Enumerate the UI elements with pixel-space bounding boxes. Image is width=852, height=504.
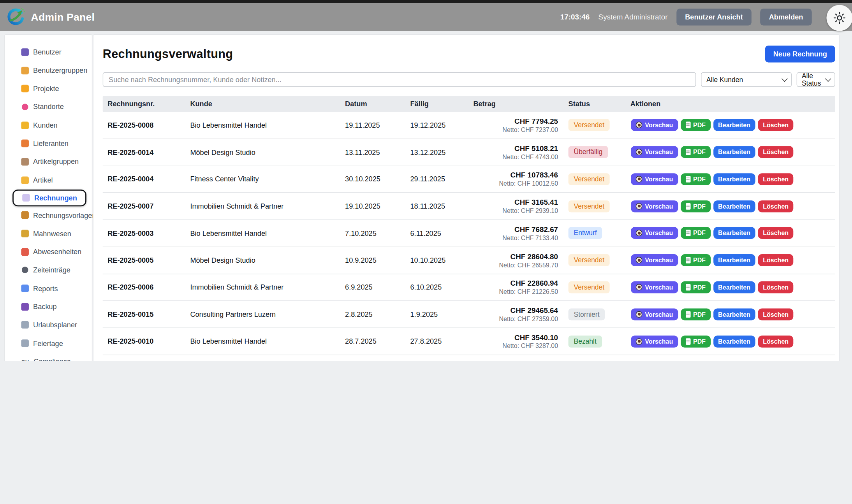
users-icon: [21, 48, 29, 56]
preview-button[interactable]: Vorschau: [631, 200, 678, 212]
gross-amount: CHF 22860.94: [469, 279, 558, 288]
sidebar-item-rechnungen[interactable]: Rechnungen: [12, 189, 86, 206]
window-top-edge: [0, 0, 852, 3]
sidebar-item-abwesenheiten[interactable]: Abwesenheiten: [5, 243, 92, 261]
preview-button[interactable]: Vorschau: [631, 227, 678, 239]
customer-name: Möbel Design Studio: [185, 256, 340, 264]
sidebar-item-projekte[interactable]: Projekte: [5, 79, 92, 98]
edit-button[interactable]: Bearbeiten: [713, 254, 755, 266]
delete-button[interactable]: Löschen: [758, 119, 794, 131]
gross-amount: CHF 5737.18: [469, 360, 558, 361]
invoice-number: RE-2025-0008: [103, 121, 185, 129]
edit-button[interactable]: Bearbeiten: [713, 146, 755, 158]
preview-button[interactable]: Vorschau: [631, 146, 678, 158]
delete-button[interactable]: Löschen: [758, 227, 794, 239]
pdf-button[interactable]: PDF: [681, 119, 711, 131]
status-filter-select[interactable]: Alle Status: [796, 72, 835, 87]
pdf-file-icon: [685, 338, 690, 345]
sidebar-item-feiertage[interactable]: Feiertage: [5, 334, 92, 353]
edit-button[interactable]: Bearbeiten: [713, 173, 755, 185]
eye-icon: [636, 203, 643, 209]
sidebar-item-urlaubsplaner[interactable]: Urlaubsplaner: [5, 316, 92, 334]
pdf-button[interactable]: PDF: [681, 200, 711, 212]
sidebar-item-artikel[interactable]: Artikel: [5, 171, 92, 189]
amount-cell: CHF 7794.25Netto: CHF 7237.00: [469, 117, 563, 133]
sidebar-item-label: Artikel: [33, 176, 53, 184]
delete-button[interactable]: Löschen: [758, 146, 794, 158]
edit-button[interactable]: Bearbeiten: [713, 119, 755, 131]
delete-button[interactable]: Löschen: [758, 173, 794, 185]
sidebar-item-kunden[interactable]: Kunden: [5, 116, 92, 134]
invoice-date: 28.7.2025: [340, 337, 405, 346]
edit-button[interactable]: Bearbeiten: [713, 308, 755, 320]
preview-button[interactable]: Vorschau: [631, 335, 678, 348]
customer-name: Immobilien Schmidt & Partner: [185, 283, 340, 292]
sidebar-item-benutzergruppen[interactable]: Benutzergruppen: [5, 61, 92, 79]
delete-button[interactable]: Löschen: [758, 281, 794, 293]
header-right: 17:03:46 System Administrator Benutzer A…: [560, 9, 845, 25]
status-cell: Bezahlt: [563, 335, 625, 348]
delete-button[interactable]: Löschen: [758, 200, 794, 212]
pdf-button[interactable]: PDF: [681, 227, 711, 239]
pdf-button[interactable]: PDF: [681, 173, 711, 185]
sidebar-item-compliance[interactable]: CHCompliance: [5, 353, 92, 361]
preview-button[interactable]: Vorschau: [631, 173, 678, 185]
pdf-button[interactable]: PDF: [681, 146, 711, 158]
invoice-management-panel: Rechnungsverwaltung Neue Rechnung Alle K…: [93, 34, 840, 361]
preview-button[interactable]: Vorschau: [631, 119, 678, 131]
invoice-number: RE-2025-0015: [103, 310, 185, 318]
gross-amount: CHF 5108.21: [469, 144, 558, 153]
due-date: 29.11.2025: [405, 175, 469, 183]
net-amount: Netto: CHF 10012.50: [469, 181, 558, 187]
pdf-button[interactable]: PDF: [681, 254, 711, 266]
delete-button[interactable]: Löschen: [758, 335, 794, 348]
edit-button-label: Bearbeiten: [718, 176, 750, 183]
search-input[interactable]: [103, 72, 696, 87]
edit-button[interactable]: Bearbeiten: [713, 227, 755, 239]
theme-toggle-button[interactable]: [826, 5, 852, 31]
edit-button-label: Bearbeiten: [718, 311, 750, 318]
pdf-button[interactable]: PDF: [681, 281, 711, 293]
delete-button[interactable]: Löschen: [758, 308, 794, 320]
edit-button[interactable]: Bearbeiten: [713, 281, 755, 293]
sidebar-item-label: Projekte: [33, 84, 59, 93]
invoice-number: RE-2025-0003: [103, 229, 185, 237]
sidebar-item-lieferanten[interactable]: Lieferanten: [5, 134, 92, 153]
delete-button-label: Löschen: [763, 149, 789, 156]
sidebar-item-artikelgruppen[interactable]: Artikelgruppen: [5, 153, 92, 171]
sun-icon: [833, 11, 847, 25]
customer-name: Fitness Center Vitality: [185, 175, 340, 183]
delete-button-label: Löschen: [763, 203, 789, 209]
user-view-button[interactable]: Benutzer Ansicht: [676, 9, 752, 25]
new-invoice-button[interactable]: Neue Rechnung: [765, 46, 835, 62]
sidebar-item-mahnwesen[interactable]: Mahnwesen: [5, 225, 92, 243]
preview-button-label: Vorschau: [645, 257, 673, 263]
amount-cell: CHF 5737.18Netto: CHF 5327.00: [469, 360, 563, 361]
status-badge: Entwurf: [569, 227, 602, 239]
sidebar-item-backup[interactable]: Backup: [5, 298, 92, 316]
preview-button[interactable]: Vorschau: [631, 281, 678, 293]
preview-button[interactable]: Vorschau: [631, 254, 678, 266]
customer-filter-select[interactable]: Alle Kunden: [701, 72, 791, 87]
sidebar-item-standorte[interactable]: Standorte: [5, 98, 92, 116]
edit-button[interactable]: Bearbeiten: [713, 200, 755, 212]
delete-button[interactable]: Löschen: [758, 254, 794, 266]
sidebar-item-zeiteintraege[interactable]: Zeiteinträge: [5, 261, 92, 279]
pdf-button[interactable]: PDF: [681, 335, 711, 348]
clock: 17:03:46: [560, 13, 590, 21]
edit-button-label: Bearbeiten: [718, 122, 750, 128]
eye-icon: [636, 257, 643, 263]
delete-button-label: Löschen: [763, 338, 789, 345]
actions-cell: VorschauPDFBearbeitenLöschen: [625, 173, 835, 185]
pdf-button-label: PDF: [693, 230, 706, 237]
preview-button-label: Vorschau: [645, 230, 673, 237]
preview-button[interactable]: Vorschau: [631, 308, 678, 320]
pdf-button[interactable]: PDF: [681, 308, 711, 320]
edit-button[interactable]: Bearbeiten: [713, 335, 755, 348]
sidebar-item-benutzer[interactable]: Benutzer: [5, 43, 92, 61]
sidebar-item-rechnungsvorlagen[interactable]: Rechnungsvorlagen: [5, 206, 92, 225]
sidebar-item-reports[interactable]: Reports: [5, 279, 92, 298]
status-cell: Storniert: [563, 308, 625, 320]
logout-button[interactable]: Abmelden: [760, 9, 812, 25]
sidebar-item-label: Urlaubsplaner: [33, 321, 77, 329]
